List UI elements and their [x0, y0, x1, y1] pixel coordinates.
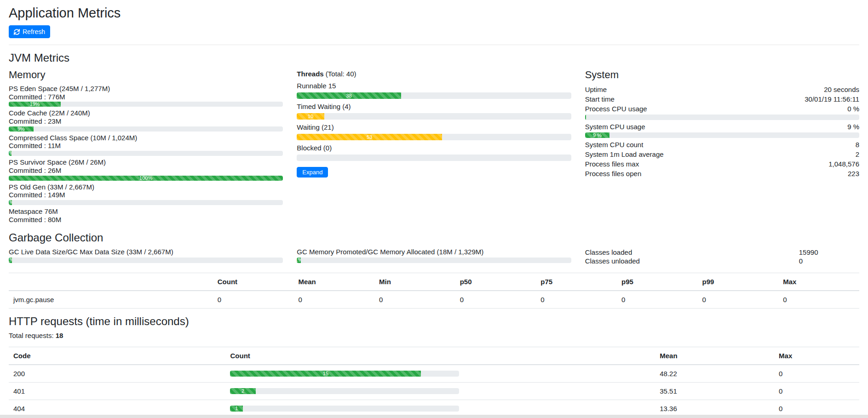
system-row-label: Process files max: [585, 160, 639, 168]
http-code: 401: [9, 383, 225, 400]
http-count-cell: 2: [225, 383, 655, 400]
memory-progressbar: 100%: [9, 176, 283, 181]
gc-table-header-p75: p75: [536, 273, 617, 291]
page-title: Application Metrics: [9, 6, 859, 21]
gc-p75: 0: [536, 291, 617, 309]
thread-timed-waiting-fill: 10: [297, 113, 324, 120]
memory-item-title: Compressed Class Space (10M / 1,024M): [9, 134, 283, 142]
gc-table-row-jvm-gc-pause: jvm.gc.pause 0 0 0 0 0 0 0 0: [9, 291, 859, 309]
system-row-label: Start time: [585, 95, 615, 103]
memory-item-old-gen: PS Old Gen (33M / 2,667M) Committed : 14…: [9, 183, 283, 205]
classes-unloaded-row: Classes unloaded 0: [585, 257, 859, 265]
classes-loaded-row: Classes loaded 15990: [585, 248, 859, 257]
gc-promoted-column: GC Memory Promoted/GC Memory Allocated (…: [290, 248, 578, 265]
thread-runnable-fill: 38: [297, 92, 401, 99]
thread-runnable-progressbar: 38: [297, 92, 571, 99]
thread-waiting-label: Waiting (21): [297, 123, 571, 131]
memory-item-committed: Committed : 26M: [9, 166, 283, 175]
thread-blocked-label: Blocked (0): [297, 144, 571, 152]
system-column: System Uptime 20 seconds Start time 30/0…: [578, 68, 866, 225]
memory-progressbar-fill: 1%: [9, 200, 12, 205]
http-code: 200: [9, 365, 225, 383]
http-table-header-code: Code: [9, 347, 225, 365]
memory-item-title: Code Cache (22M / 240M): [9, 109, 283, 117]
jvm-metrics-heading: JVM Metrics: [9, 52, 859, 64]
threads-column: Threads (Total: 40) Runnable 15 38 Timed…: [290, 68, 578, 225]
http-count-fill: 15: [230, 371, 421, 377]
metrics-page: Application Metrics Refresh JVM Metrics …: [0, 0, 868, 418]
memory-item-committed: Committed : 23M: [9, 117, 283, 126]
gc-live-data-fill: 1%: [9, 258, 12, 263]
memory-progressbar-fill: 19%: [9, 102, 61, 107]
process-cpu-fill: [585, 115, 586, 120]
memory-item-title: PS Survivor Space (26M / 26M): [9, 158, 283, 166]
total-requests-value: 18: [56, 332, 63, 339]
gc-table-header-count: Count: [213, 273, 294, 291]
thread-blocked-progressbar: [297, 155, 571, 161]
system-row-value: 2: [856, 150, 859, 158]
gc-heading: Garbage Collection: [9, 231, 859, 244]
system-cpu-progressbar: 9 %: [585, 132, 859, 138]
memory-progressbar: 9%: [9, 126, 283, 132]
gc-mean: 0: [293, 291, 374, 309]
http-max: 0: [774, 383, 859, 400]
expand-button[interactable]: Expand: [297, 167, 328, 178]
http-table-row-200: 200 15 48.22 0: [9, 365, 859, 383]
gc-table-header-p95: p95: [617, 273, 698, 291]
gc-table: Count Mean Min p50 p75 p95 p99 Max jvm.g…: [9, 273, 859, 309]
gc-live-data-progressbar: 1%: [9, 258, 283, 263]
memory-heading: Memory: [9, 69, 283, 81]
classes-unloaded-label: Classes unloaded: [585, 257, 799, 265]
system-row-value: 9 %: [847, 123, 859, 131]
memory-item-title: PS Old Gen (33M / 2,667M): [9, 183, 283, 191]
http-count-fill: 2: [230, 388, 255, 394]
memory-item-metaspace: Metaspace 76M Committed : 80M: [9, 207, 283, 223]
divider: [9, 45, 859, 45]
system-row-process-cpu: Process CPU usage 0 %: [585, 104, 859, 114]
system-row-system-cpu: System CPU usage 9 %: [585, 122, 859, 132]
memory-item-title: PS Eden Space (245M / 1,277M): [9, 85, 283, 93]
memory-item-title: Metaspace 76M: [9, 207, 283, 216]
refresh-button[interactable]: Refresh: [9, 25, 50, 38]
total-requests: Total requests: 18: [9, 332, 859, 339]
memory-progressbar: 1%: [9, 200, 283, 205]
gc-table-header-min: Min: [374, 273, 455, 291]
system-row-value: 30/01/19 11:56:11: [805, 95, 859, 103]
gc-promoted-fill: 1%: [297, 258, 300, 263]
http-count-progressbar: 1: [230, 406, 459, 412]
memory-item-committed: Committed : 11M: [9, 142, 283, 150]
thread-timed-waiting-progressbar: 10: [297, 113, 571, 120]
memory-progressbar: 1%: [9, 151, 283, 156]
system-row-value: 1,048,576: [828, 160, 859, 168]
memory-item-committed: Committed : 776M: [9, 93, 283, 101]
http-requests-table: Code Count Mean Max 200 15 48.22 0 401: [9, 347, 859, 418]
gc-p99: 0: [698, 291, 779, 309]
gc-p50: 0: [455, 291, 536, 309]
gc-table-header-mean: Mean: [293, 273, 374, 291]
http-table-header-mean: Mean: [655, 347, 774, 365]
memory-item-committed: Committed : 149M: [9, 191, 283, 199]
system-cpu-fill: 9 %: [585, 132, 610, 138]
system-row-label: Process CPU usage: [585, 105, 647, 113]
http-count-progressbar: 15: [230, 371, 459, 377]
gc-table-header-max: Max: [778, 273, 859, 291]
http-count-progressbar: 2: [230, 388, 459, 394]
system-row-label: System CPU usage: [585, 123, 645, 131]
system-heading: System: [585, 69, 859, 81]
classes-unloaded-value: 0: [799, 257, 803, 265]
gc-table-header-p99: p99: [698, 273, 779, 291]
system-row-label: System CPU count: [585, 141, 644, 149]
total-requests-label: Total requests:: [9, 332, 54, 339]
gc-p95: 0: [617, 291, 698, 309]
threads-heading-bold: Threads: [297, 70, 323, 78]
window-bottom-edge: [0, 415, 868, 418]
gc-promoted-label: GC Memory Promoted/GC Memory Allocated (…: [297, 248, 571, 256]
classes-loaded-value: 15990: [799, 248, 818, 256]
memory-progressbar: 19%: [9, 102, 283, 107]
memory-progressbar-fill: 1%: [9, 151, 11, 156]
refresh-button-label: Refresh: [23, 28, 45, 35]
system-row-value: 20 seconds: [824, 86, 859, 93]
gc-promoted-progressbar: 1%: [297, 258, 571, 263]
memory-item-eden: PS Eden Space (245M / 1,277M) Committed …: [9, 85, 283, 107]
http-table-header-max: Max: [774, 347, 859, 365]
